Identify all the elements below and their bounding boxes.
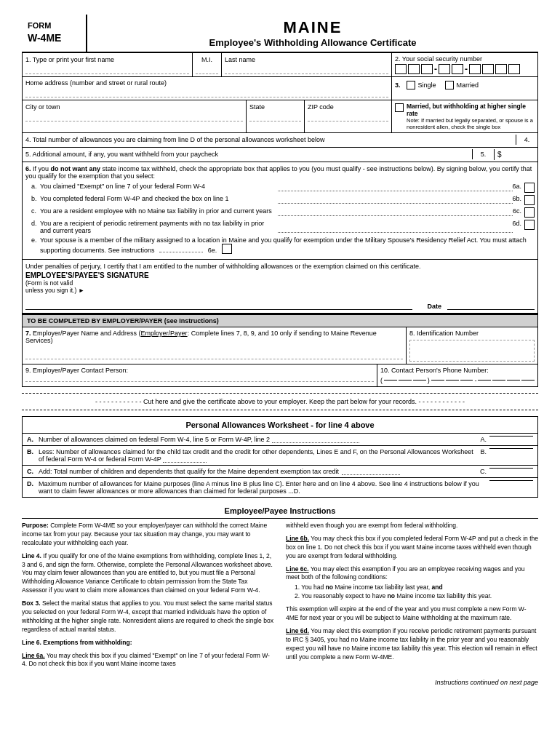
lastname-cell: Last name — [222, 53, 392, 76]
sig-note: (Form is not valid unless you sign it.) … — [25, 279, 535, 294]
married-higher-label: Married, but withholding at higher singl… — [407, 103, 535, 117]
married-checkbox[interactable] — [445, 81, 454, 89]
single-checkbox[interactable] — [407, 81, 415, 89]
phone-boxes: ( ) - — [380, 377, 535, 384]
employer-header-text: TO BE COMPLETED BY EMPLOYER/PAYER (see I… — [27, 317, 219, 324]
line-6d-checkbox[interactable] — [524, 220, 535, 230]
phone-num-3 — [460, 380, 473, 381]
instr-line6c-expire-para: This exemption will expire at the end of… — [286, 605, 538, 623]
ssn-box-6 — [469, 64, 481, 74]
line-6e: e. Your spouse is a member of the milita… — [25, 236, 535, 254]
ssn-boxes: - - — [395, 64, 535, 74]
line-6a-code: 6a. — [513, 183, 522, 190]
mi-cell: M.I. — [193, 53, 222, 76]
worksheet-section: Personal Allowances Worksheet - for line… — [22, 416, 538, 498]
ssn-dash-1: - — [434, 64, 437, 74]
line-4-value: 4. — [516, 135, 537, 145]
ssn-box-3 — [421, 64, 433, 74]
employer-body: 7. Employer/Payer Name and Address (Empl… — [22, 327, 538, 387]
phone-area-1 — [384, 380, 397, 381]
line-6c-code: 6c. — [513, 207, 521, 215]
instructions-left-col: Purpose: Complete Form W-4ME so your emp… — [22, 522, 274, 673]
line-6c: c. You are a resident employee with no M… — [25, 207, 535, 218]
married-higher-checkbox[interactable] — [395, 103, 404, 112]
instr-line6a-text: You may check this box if you claimed "E… — [22, 652, 270, 668]
instr-line6b-label: Line 6b. — [286, 535, 309, 542]
ws-b-code: B. — [480, 448, 487, 455]
line-6a-checkbox[interactable] — [524, 183, 535, 193]
name-row: 1. Type or print your first name M.I. La… — [23, 53, 537, 77]
line-6a-text: You claimed "Exempt" on line 7 of your f… — [40, 183, 275, 190]
ws-row-a: A. Number of allowances claimed on feder… — [23, 434, 537, 446]
ws-c-letter: C. — [27, 468, 39, 475]
form-body: 1. Type or print your first name M.I. La… — [22, 53, 538, 315]
phone-close-paren: ) — [428, 377, 430, 384]
sig-row: Date — [25, 297, 535, 310]
ssn-box-5 — [452, 64, 463, 74]
instr-right-6a-text: withheld even though you are exempt from… — [286, 522, 457, 529]
zip-cell: ZIP code — [305, 100, 392, 132]
single-label: Single — [418, 81, 436, 89]
instr-line6c-text: You may elect this exemption if you are … — [286, 565, 524, 581]
employer-contact-row: 9. Employer/Payer Contact Person: 10. Co… — [23, 364, 537, 386]
cert-title: Employee's Withholding Allowance Certifi… — [87, 37, 538, 48]
ssn-cell: 2. Your social security number - - — [392, 53, 537, 76]
ws-d-answer — [489, 480, 533, 481]
line-6a: a. You claimed "Exempt" on line 7 of you… — [25, 183, 535, 193]
form-header: FORM W-4ME MAINE Employee's Withholding … — [22, 15, 538, 53]
line-6a-letter: a. — [25, 183, 40, 190]
phone-area-3 — [413, 380, 426, 381]
line-6d: d. You are a recipient of periodic retir… — [25, 220, 535, 234]
employer-phone-cell: 10. Contact Person's Phone Number: ( ) - — [377, 364, 537, 386]
employer-name-row: 7. Employer/Payer Name and Address (Empl… — [23, 327, 537, 364]
employer-contact-label: 9. Employer/Payer Contact Person: — [25, 367, 128, 374]
ssn-dash-2: - — [465, 64, 468, 74]
phone-open-paren: ( — [380, 377, 383, 384]
page: FORM W-4ME MAINE Employee's Withholding … — [0, 0, 560, 701]
address-label: Home address (number and street or rural… — [25, 79, 388, 87]
signature-section: Under penalties of perjury, I certify th… — [23, 260, 537, 314]
header-title-block: MAINE Employee's Withholding Allowance C… — [87, 15, 538, 51]
state-cell: State — [247, 100, 305, 132]
employer-header: TO BE COMPLETED BY EMPLOYER/PAYER (see I… — [22, 315, 538, 327]
instructions-right-col: withheld even though you are exempt from… — [286, 522, 538, 673]
date-label: Date — [427, 303, 441, 310]
instr-line6d-para: Line 6d. You may elect this exemption if… — [286, 627, 538, 662]
state-label: State — [249, 103, 265, 111]
line-4-row: 4. Total number of allowances you are cl… — [23, 133, 537, 148]
instructions-section: Employee/Payee Instructions Purpose: Com… — [22, 503, 538, 686]
line-6c-checkbox[interactable] — [524, 207, 535, 218]
employer-phone-label: 10. Contact Person's Phone Number: — [380, 367, 535, 374]
line-6b-checkbox[interactable] — [524, 195, 535, 205]
line-6c-text: You are a resident employee with no Main… — [40, 207, 275, 215]
ws-a-answer — [489, 436, 533, 437]
line-6e-text: Your spouse is a member of the military … — [40, 236, 527, 254]
ws-d-text: Maximum number of allowances for Maine p… — [39, 480, 487, 495]
instr-box3-label: Box 3. — [22, 599, 41, 607]
instr-right-6a-cont: withheld even though you are exempt from… — [286, 522, 538, 530]
line-5-code: 5. — [481, 151, 487, 158]
phone-num-5 — [492, 380, 505, 381]
line-6-section: 6. If you do not want any state income t… — [23, 162, 537, 260]
ws-b-answer — [489, 448, 533, 449]
worksheet-header: Personal Allowances Worksheet - for line… — [23, 417, 537, 434]
state-name: MAINE — [87, 18, 538, 37]
line-6e-checkbox[interactable] — [222, 244, 232, 254]
line-6e-letter: e. — [25, 236, 40, 244]
instr-line6c-label: Line 6c. — [286, 565, 309, 573]
instr-line6c-cond2: 2. You reasonably expect to have no Main… — [295, 592, 538, 601]
ws-a-letter: A. — [27, 436, 39, 443]
ws-b-text: Less: Number of allowances claimed for t… — [39, 448, 477, 463]
ssn-box-2 — [408, 64, 420, 74]
city-row: City or town State ZIP code Married, but… — [23, 100, 537, 133]
phone-dash: - — [474, 377, 476, 384]
employer-name-label: 7. Employer/Payer Name and Address (Empl… — [25, 330, 377, 344]
line-6d-code: 6d. — [513, 220, 522, 227]
form-number: W-4ME — [28, 31, 71, 46]
first-name-cell: 1. Type or print your first name — [23, 53, 193, 76]
instr-line6d-label: Line 6d. — [286, 627, 309, 634]
instr-line6-label: Line 6. Exemptions from withholding: — [22, 639, 132, 646]
line-4-code: 4. — [524, 136, 530, 143]
instructions-header: Employee/Payee Instructions — [22, 503, 538, 519]
phone-num-1 — [431, 380, 444, 381]
